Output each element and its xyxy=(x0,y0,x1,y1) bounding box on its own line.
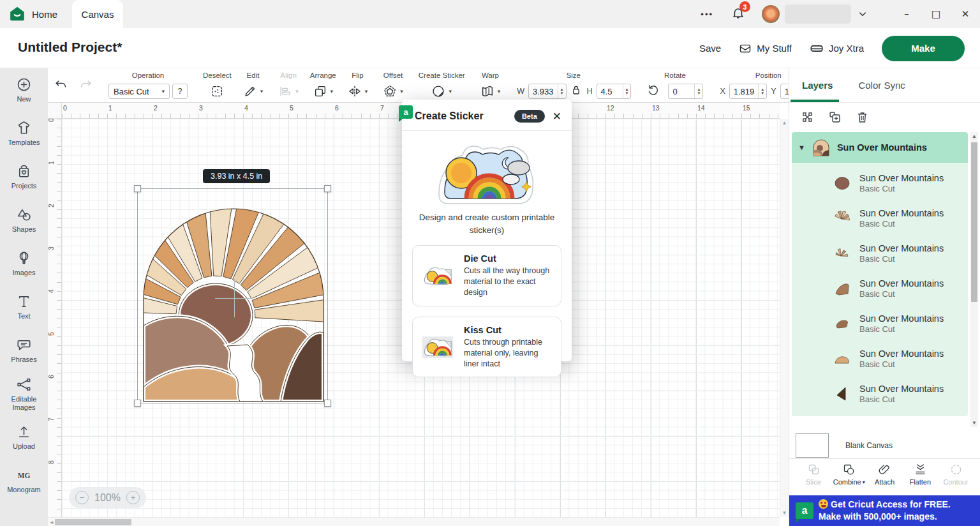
more-menu-icon[interactable]: ••• xyxy=(701,10,713,19)
resize-handle-top-left[interactable] xyxy=(134,185,141,192)
save-button[interactable]: Save xyxy=(699,43,721,54)
selection-bounding-box[interactable] xyxy=(137,188,328,403)
layers-list: ▼ Sun Over Mountains Sun Over MountainsB… xyxy=(792,132,968,416)
position-y-input[interactable]: 1.708▲▼ xyxy=(780,84,789,99)
sidebar-item-new[interactable]: New xyxy=(0,68,48,112)
warp-button-label: Warp xyxy=(482,71,499,81)
flip-button[interactable]: Flip▾ xyxy=(342,68,374,102)
modal-close-icon[interactable]: ✕ xyxy=(553,111,561,122)
flatten-button[interactable]: Flatten xyxy=(903,463,937,495)
tab-canvas[interactable]: Canvas xyxy=(72,0,123,28)
width-input[interactable]: 3.933▲▼ xyxy=(528,84,567,99)
user-avatar[interactable] xyxy=(762,5,780,23)
resize-handle-top-right[interactable] xyxy=(324,185,331,192)
sidebar-item-templates[interactable]: Templates xyxy=(0,112,48,155)
layer-title: Sun Over Mountains xyxy=(859,243,944,253)
panel-tabs: Layers Color Sync xyxy=(789,68,980,103)
window-maximize-button[interactable]: □ xyxy=(921,0,951,28)
text-icon xyxy=(16,294,32,310)
resize-handle-bottom-left[interactable] xyxy=(134,400,141,407)
layer-row-6[interactable]: Sun Over MountainsBasic Cut xyxy=(792,341,968,376)
ungroup-icon[interactable] xyxy=(801,110,814,124)
position-x-stepper[interactable]: ▲▼ xyxy=(758,84,766,98)
notifications-bell-icon[interactable]: 3 xyxy=(731,6,745,22)
layer-row-2[interactable]: Sun Over MountainsBasic Cut xyxy=(792,200,968,236)
zoom-out-button[interactable]: − xyxy=(75,491,89,504)
layer-title: Sun Over Mountains xyxy=(859,313,944,324)
sidebar-item-editable-images[interactable]: EditableImages xyxy=(0,372,48,416)
layer-group-header[interactable]: ▼ Sun Over Mountains xyxy=(792,132,968,163)
position-x-axis-label: X xyxy=(720,87,725,96)
zoom-in-button[interactable]: + xyxy=(126,491,140,504)
width-stepper[interactable]: ▲▼ xyxy=(558,84,566,98)
operation-help-button[interactable]: ? xyxy=(172,84,188,99)
canvas-vertical-scrollbar[interactable]: ▲▼ xyxy=(780,119,789,517)
notification-count-badge: 3 xyxy=(739,1,750,12)
sidebar-item-shapes[interactable]: Shapes xyxy=(0,199,48,242)
sidebar-item-images[interactable]: Images xyxy=(0,242,48,285)
layers-scrollbar-thumb[interactable] xyxy=(971,142,977,302)
sidebar-item-phrases[interactable]: Phrases xyxy=(0,329,48,372)
sidebar-item-label: New xyxy=(17,95,31,103)
canvas-horizontal-scrollbar[interactable]: ◄ xyxy=(48,517,780,526)
delete-icon[interactable] xyxy=(856,110,869,124)
warp-button[interactable]: Warp▾ xyxy=(475,68,507,102)
window-minimize-button[interactable]: – xyxy=(892,0,921,28)
operation-group-label: Operation xyxy=(132,71,165,81)
sidebar-item-upload[interactable]: Upload xyxy=(0,416,48,459)
layer-row-1[interactable]: Sun Over MountainsBasic Cut xyxy=(792,165,968,200)
redo-button[interactable] xyxy=(73,68,99,102)
aspect-lock-icon[interactable] xyxy=(569,83,583,100)
rotate-input[interactable]: 0▲▼ xyxy=(668,84,703,99)
layers-scrollbar[interactable]: ▲ ▼ xyxy=(970,132,978,427)
rotate-stepper[interactable]: ▲▼ xyxy=(694,84,702,98)
tab-home[interactable]: Home xyxy=(9,0,57,28)
vruler-number: 7 xyxy=(48,417,55,421)
banner-line1: Get Cricut Access for FREE. xyxy=(831,499,951,509)
arrange-button[interactable]: Arrange▾ xyxy=(304,68,342,102)
sidebar-item-text[interactable]: Text xyxy=(0,285,48,329)
hscroll-thumb[interactable] xyxy=(55,519,131,525)
sidebar-item-projects[interactable]: Projects xyxy=(0,155,48,199)
rotate-icon[interactable] xyxy=(646,83,660,100)
cricut-access-banner[interactable]: a Get Cricut Access for FREE. Make with … xyxy=(789,495,980,526)
attach-button[interactable]: Attach xyxy=(868,463,902,495)
blank-canvas-thumbnail xyxy=(796,433,829,458)
edit-button[interactable]: Edit▾ xyxy=(237,68,269,102)
upload-icon xyxy=(16,424,32,440)
layer-row-3[interactable]: Sun Over MountainsBasic Cut xyxy=(792,236,968,271)
undo-button[interactable] xyxy=(48,68,73,102)
sidebar-item-monogram[interactable]: MGMonogram xyxy=(0,459,48,502)
layer-row-4[interactable]: Sun Over MountainsBasic Cut xyxy=(792,271,968,306)
operation-select[interactable]: Basic Cut▾ xyxy=(108,84,170,99)
window-close-button[interactable]: ✕ xyxy=(951,0,980,28)
blank-canvas-row[interactable]: Blank Canvas xyxy=(789,433,980,458)
resize-handle-bottom-right[interactable] xyxy=(324,400,331,407)
duplicate-icon[interactable] xyxy=(828,110,842,124)
layer-operation: Basic Cut xyxy=(859,254,944,264)
account-chevron-down-icon[interactable] xyxy=(858,9,868,19)
create-sticker-button[interactable]: Create Sticker▾ xyxy=(413,68,471,102)
layer-row-7[interactable]: Sun Over MountainsBasic Cut xyxy=(792,376,968,411)
tab-layers[interactable]: Layers xyxy=(789,68,845,102)
tab-color-sync[interactable]: Color Sync xyxy=(845,68,917,102)
layer-row-5[interactable]: Sun Over MountainsBasic Cut xyxy=(792,306,968,341)
height-stepper[interactable]: ▲▼ xyxy=(623,84,631,98)
die-cut-option[interactable]: Die CutCuts all the way through material… xyxy=(412,245,561,306)
die-cut-description: Cuts all the way through material to the… xyxy=(464,266,554,298)
make-button[interactable]: Make xyxy=(882,36,965,61)
height-input[interactable]: 4.5▲▼ xyxy=(597,84,632,99)
align-button[interactable]: Align▾ xyxy=(272,68,304,102)
flip-button-label: Flip xyxy=(352,71,364,81)
project-title: Untitled Project* xyxy=(18,40,122,55)
group-chevron-down-icon[interactable]: ▼ xyxy=(798,144,805,151)
vruler-number: 8 xyxy=(48,460,55,464)
position-x-input[interactable]: 1.819▲▼ xyxy=(729,84,768,99)
my-stuff-button[interactable]: My Stuff xyxy=(739,42,792,55)
offset-button[interactable]: Offset▾ xyxy=(377,68,409,102)
kiss-cut-option[interactable]: Kiss CutCuts through printable material … xyxy=(412,317,561,378)
deselect-button[interactable]: Deselect xyxy=(197,68,237,102)
machine-select-button[interactable]: Joy Xtra xyxy=(810,41,864,56)
combine-button[interactable]: Combine ▾ xyxy=(833,463,866,495)
star-struck-emoji xyxy=(819,499,828,509)
